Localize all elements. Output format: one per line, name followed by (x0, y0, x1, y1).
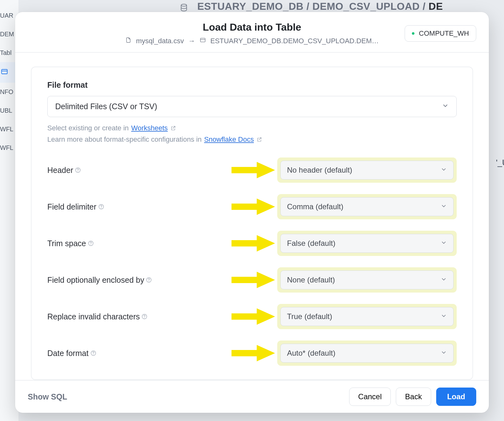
file-format-value: Delimited Files (CSV or TSV) (55, 102, 157, 111)
warehouse-name: COMPUTE_WH (419, 29, 469, 38)
enclosed-by-select[interactable]: None (default) (280, 270, 454, 289)
annotation-arrow-icon (227, 344, 277, 362)
load-button[interactable]: Load (436, 388, 476, 406)
chevron-down-icon (442, 102, 449, 111)
chevron-down-icon (441, 202, 447, 211)
help-icon[interactable] (98, 203, 105, 210)
snowflake-docs-link[interactable]: Snowflake Docs (204, 135, 254, 144)
background-breadcrumb: ESTUARY_DEMO_DB / DEMO_CSV_UPLOAD / DE (180, 1, 443, 12)
config-highlight: No header (default) (277, 157, 457, 183)
config-row-field-delimiter: Field delimiter Comma (default) (47, 194, 457, 219)
svg-point-2 (181, 4, 186, 6)
svg-marker-13 (231, 235, 275, 252)
field-delimiter-select[interactable]: Comma (default) (280, 197, 454, 216)
arrow-icon: → (188, 37, 195, 45)
svg-point-6 (78, 171, 78, 172)
file-format-panel: File format Delimited Files (CSV or TSV)… (31, 67, 473, 380)
header-select[interactable]: No header (default) (280, 161, 454, 180)
file-icon (125, 37, 132, 45)
external-link-icon (170, 125, 176, 131)
modal-footer: Show SQL Cancel Back Load (15, 380, 489, 413)
trim-space-select[interactable]: False (default) (280, 234, 454, 253)
config-highlight: False (default) (277, 231, 457, 256)
config-rows: Header No header (default) (47, 157, 457, 366)
worksheets-link[interactable]: Worksheets (131, 124, 168, 132)
config-label: Field delimiter (47, 202, 227, 211)
help-icon[interactable] (87, 240, 94, 247)
dest-table-name: ESTUARY_DEMO_DB.DEMO_CSV_UPLOAD.DEM… (210, 37, 379, 45)
database-icon (180, 3, 188, 11)
config-row-header: Header No header (default) (47, 157, 457, 183)
footer-buttons: Cancel Back Load (349, 388, 476, 406)
warehouse-selector[interactable]: COMPUTE_WH (405, 25, 476, 42)
annotation-arrow-icon (227, 308, 277, 325)
config-label: Date format (47, 349, 227, 358)
show-sql-button[interactable]: Show SQL (28, 392, 67, 401)
table-icon (200, 37, 206, 45)
svg-point-21 (93, 354, 94, 355)
chevron-down-icon (441, 349, 447, 358)
config-label: Replace invalid characters (47, 312, 227, 321)
svg-point-12 (91, 244, 91, 245)
annotation-arrow-icon (227, 198, 277, 216)
config-label: Trim space (47, 239, 227, 248)
chevron-down-icon (441, 166, 447, 175)
status-dot-icon (412, 32, 414, 35)
back-button[interactable]: Back (396, 388, 431, 406)
source-file-name: mysql_data.csv (136, 37, 184, 45)
help-icon[interactable] (74, 167, 81, 174)
chevron-down-icon (441, 312, 447, 321)
annotation-arrow-icon (227, 161, 277, 179)
helper-text-worksheets: Select existing or create in Worksheets (47, 124, 457, 132)
svg-marker-19 (231, 308, 275, 325)
background-fragment: '_UP (496, 158, 504, 168)
svg-point-18 (144, 317, 145, 318)
svg-marker-10 (231, 199, 275, 215)
help-icon[interactable] (141, 313, 148, 320)
config-highlight: Comma (default) (277, 194, 457, 219)
help-icon[interactable] (145, 276, 152, 283)
config-row-trim-space: Trim space False (default) (47, 231, 457, 256)
annotation-arrow-icon (227, 234, 277, 252)
helper-text-docs: Learn more about format-specific configu… (47, 135, 457, 144)
file-format-select[interactable]: Delimited Files (CSV or TSV) (47, 96, 457, 117)
config-highlight: None (default) (277, 267, 457, 293)
section-heading: File format (47, 80, 457, 90)
modal-body: File format Delimited Files (CSV or TSV)… (15, 53, 489, 380)
config-row-date-format: Date format Auto* (default) (47, 341, 457, 366)
config-row-enclosed-by: Field optionally enclosed by None (defau… (47, 267, 457, 293)
config-highlight: Auto* (default) (277, 341, 457, 366)
chevron-down-icon (441, 276, 447, 284)
config-highlight: True (default) (277, 304, 457, 329)
config-label: Header (47, 166, 227, 175)
svg-rect-0 (2, 69, 7, 74)
help-icon[interactable] (90, 350, 97, 357)
modal-header: Load Data into Table mysql_data.csv → ES… (15, 12, 489, 53)
date-format-select[interactable]: Auto* (default) (280, 344, 454, 363)
replace-invalid-select[interactable]: True (default) (280, 307, 454, 326)
config-label: Field optionally enclosed by (47, 276, 227, 285)
external-link-icon (256, 137, 262, 142)
load-data-modal: Load Data into Table mysql_data.csv → ES… (15, 12, 489, 413)
chevron-down-icon (441, 239, 447, 248)
svg-marker-22 (231, 345, 275, 361)
svg-point-15 (149, 281, 149, 282)
svg-rect-3 (200, 38, 205, 42)
svg-marker-7 (231, 162, 275, 178)
cancel-button[interactable]: Cancel (349, 388, 391, 406)
annotation-arrow-icon (227, 271, 277, 289)
config-row-replace-invalid: Replace invalid characters True (default… (47, 304, 457, 329)
svg-marker-16 (231, 272, 275, 288)
svg-point-9 (101, 208, 102, 208)
